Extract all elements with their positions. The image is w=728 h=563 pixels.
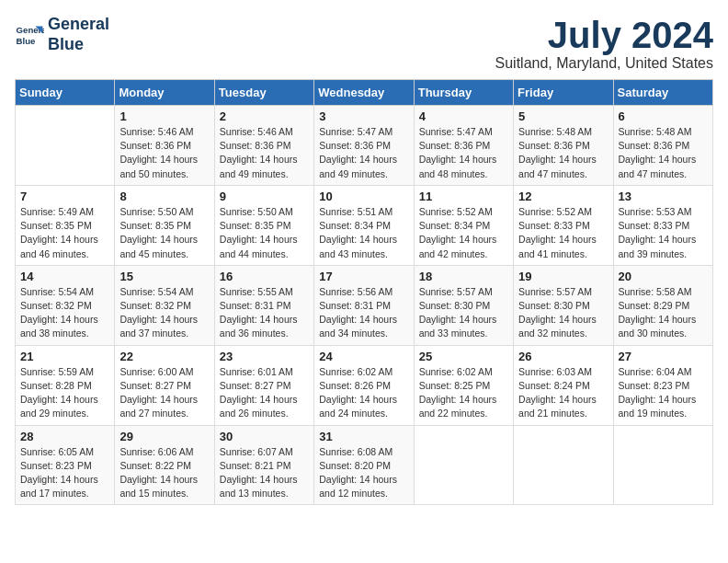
day-number: 31	[319, 430, 408, 443]
day-content: Sunrise: 5:49 AMSunset: 8:35 PMDaylight:…	[20, 205, 109, 261]
day-number: 28	[20, 430, 109, 443]
day-number: 9	[220, 190, 309, 203]
calendar-cell: 9Sunrise: 5:50 AMSunset: 8:35 PMDaylight…	[214, 185, 313, 265]
day-content: Sunrise: 5:50 AMSunset: 8:35 PMDaylight:…	[220, 205, 309, 261]
day-number: 11	[419, 190, 508, 203]
day-number: 14	[20, 270, 109, 283]
header-cell-sunday: Sunday	[16, 80, 115, 106]
calendar-cell	[16, 106, 115, 186]
calendar-cell: 24Sunrise: 6:02 AMSunset: 8:26 PMDayligh…	[314, 345, 414, 425]
calendar-cell: 30Sunrise: 6:07 AMSunset: 8:21 PMDayligh…	[214, 425, 313, 505]
day-content: Sunrise: 5:47 AMSunset: 8:36 PMDaylight:…	[319, 125, 408, 181]
calendar-cell: 13Sunrise: 5:53 AMSunset: 8:33 PMDayligh…	[613, 185, 712, 265]
calendar-cell: 3Sunrise: 5:47 AMSunset: 8:36 PMDaylight…	[314, 106, 414, 186]
week-row-5: 28Sunrise: 6:05 AMSunset: 8:23 PMDayligh…	[16, 425, 713, 505]
calendar-cell: 18Sunrise: 5:57 AMSunset: 8:30 PMDayligh…	[414, 265, 513, 345]
day-content: Sunrise: 5:54 AMSunset: 8:32 PMDaylight:…	[20, 285, 109, 341]
day-content: Sunrise: 6:08 AMSunset: 8:20 PMDaylight:…	[319, 445, 408, 501]
day-number: 19	[518, 270, 608, 283]
day-number: 25	[419, 350, 508, 363]
calendar-cell: 8Sunrise: 5:50 AMSunset: 8:35 PMDaylight…	[115, 185, 214, 265]
week-row-1: 1Sunrise: 5:46 AMSunset: 8:36 PMDaylight…	[16, 106, 713, 186]
calendar-cell: 4Sunrise: 5:47 AMSunset: 8:36 PMDaylight…	[414, 106, 513, 186]
calendar-cell: 6Sunrise: 5:48 AMSunset: 8:36 PMDaylight…	[613, 106, 712, 186]
calendar-cell: 29Sunrise: 6:06 AMSunset: 8:22 PMDayligh…	[115, 425, 214, 505]
day-content: Sunrise: 5:57 AMSunset: 8:30 PMDaylight:…	[419, 285, 508, 341]
calendar-cell: 15Sunrise: 5:54 AMSunset: 8:32 PMDayligh…	[115, 265, 214, 345]
day-number: 16	[220, 270, 309, 283]
logo-text: General Blue	[48, 15, 109, 54]
day-number: 10	[319, 190, 408, 203]
day-content: Sunrise: 6:04 AMSunset: 8:23 PMDaylight:…	[619, 365, 708, 421]
calendar-cell: 23Sunrise: 6:01 AMSunset: 8:27 PMDayligh…	[214, 345, 313, 425]
calendar-cell	[414, 425, 513, 505]
day-number: 4	[419, 109, 508, 123]
day-content: Sunrise: 5:46 AMSunset: 8:36 PMDaylight:…	[119, 125, 209, 181]
day-content: Sunrise: 5:46 AMSunset: 8:36 PMDaylight:…	[220, 125, 309, 181]
page-header: General Blue General Blue July 2024 Suit…	[15, 15, 713, 72]
day-number: 15	[119, 270, 209, 283]
day-number: 3	[319, 109, 408, 123]
calendar-cell: 14Sunrise: 5:54 AMSunset: 8:32 PMDayligh…	[16, 265, 115, 345]
calendar-cell: 22Sunrise: 6:00 AMSunset: 8:27 PMDayligh…	[115, 345, 214, 425]
day-content: Sunrise: 6:02 AMSunset: 8:26 PMDaylight:…	[319, 365, 408, 421]
day-content: Sunrise: 5:58 AMSunset: 8:29 PMDaylight:…	[619, 285, 708, 341]
calendar-body: 1Sunrise: 5:46 AMSunset: 8:36 PMDaylight…	[16, 106, 713, 505]
day-content: Sunrise: 5:55 AMSunset: 8:31 PMDaylight:…	[220, 285, 309, 341]
calendar-table: SundayMondayTuesdayWednesdayThursdayFrid…	[15, 79, 713, 505]
calendar-cell: 21Sunrise: 5:59 AMSunset: 8:28 PMDayligh…	[16, 345, 115, 425]
calendar-cell: 16Sunrise: 5:55 AMSunset: 8:31 PMDayligh…	[214, 265, 313, 345]
day-content: Sunrise: 5:53 AMSunset: 8:33 PMDaylight:…	[619, 205, 708, 261]
calendar-cell: 20Sunrise: 5:58 AMSunset: 8:29 PMDayligh…	[613, 265, 712, 345]
day-content: Sunrise: 6:01 AMSunset: 8:27 PMDaylight:…	[220, 365, 309, 421]
header-cell-thursday: Thursday	[414, 80, 513, 106]
logo-icon: General Blue	[15, 20, 44, 50]
day-content: Sunrise: 5:52 AMSunset: 8:34 PMDaylight:…	[419, 205, 508, 261]
header-row: SundayMondayTuesdayWednesdayThursdayFrid…	[16, 80, 713, 106]
week-row-3: 14Sunrise: 5:54 AMSunset: 8:32 PMDayligh…	[16, 265, 713, 345]
day-number: 12	[518, 190, 608, 203]
day-number: 23	[220, 350, 309, 363]
header-cell-friday: Friday	[514, 80, 613, 106]
day-number: 26	[518, 350, 608, 363]
day-number: 24	[319, 350, 408, 363]
day-content: Sunrise: 5:56 AMSunset: 8:31 PMDaylight:…	[319, 285, 408, 341]
day-number: 5	[518, 109, 608, 123]
logo: General Blue General Blue	[15, 15, 109, 54]
day-number: 17	[319, 270, 408, 283]
day-number: 18	[419, 270, 508, 283]
calendar-cell: 11Sunrise: 5:52 AMSunset: 8:34 PMDayligh…	[414, 185, 513, 265]
day-content: Sunrise: 5:48 AMSunset: 8:36 PMDaylight:…	[619, 125, 708, 181]
day-content: Sunrise: 5:50 AMSunset: 8:35 PMDaylight:…	[119, 205, 209, 261]
day-number: 22	[119, 350, 209, 363]
calendar-cell	[613, 425, 712, 505]
title-block: July 2024 Suitland, Maryland, United Sta…	[495, 15, 713, 72]
day-content: Sunrise: 6:07 AMSunset: 8:21 PMDaylight:…	[220, 445, 309, 501]
header-cell-saturday: Saturday	[613, 80, 712, 106]
calendar-cell: 28Sunrise: 6:05 AMSunset: 8:23 PMDayligh…	[16, 425, 115, 505]
day-number: 27	[619, 350, 708, 363]
day-content: Sunrise: 5:54 AMSunset: 8:32 PMDaylight:…	[119, 285, 209, 341]
calendar-cell: 31Sunrise: 6:08 AMSunset: 8:20 PMDayligh…	[314, 425, 414, 505]
svg-text:Blue: Blue	[17, 35, 36, 45]
calendar-cell: 12Sunrise: 5:52 AMSunset: 8:33 PMDayligh…	[514, 185, 613, 265]
day-number: 1	[119, 109, 209, 123]
week-row-4: 21Sunrise: 5:59 AMSunset: 8:28 PMDayligh…	[16, 345, 713, 425]
calendar-cell: 1Sunrise: 5:46 AMSunset: 8:36 PMDaylight…	[115, 106, 214, 186]
day-number: 2	[220, 109, 309, 123]
calendar-cell: 17Sunrise: 5:56 AMSunset: 8:31 PMDayligh…	[314, 265, 414, 345]
day-content: Sunrise: 5:51 AMSunset: 8:34 PMDaylight:…	[319, 205, 408, 261]
week-row-2: 7Sunrise: 5:49 AMSunset: 8:35 PMDaylight…	[16, 185, 713, 265]
header-cell-monday: Monday	[115, 80, 214, 106]
location-text: Suitland, Maryland, United States	[495, 55, 713, 72]
calendar-header: SundayMondayTuesdayWednesdayThursdayFrid…	[16, 80, 713, 106]
header-cell-tuesday: Tuesday	[214, 80, 313, 106]
day-number: 7	[20, 190, 109, 203]
calendar-cell: 5Sunrise: 5:48 AMSunset: 8:36 PMDaylight…	[514, 106, 613, 186]
calendar-cell: 19Sunrise: 5:57 AMSunset: 8:30 PMDayligh…	[514, 265, 613, 345]
day-number: 13	[619, 190, 708, 203]
day-content: Sunrise: 5:47 AMSunset: 8:36 PMDaylight:…	[419, 125, 508, 181]
day-number: 20	[619, 270, 708, 283]
day-content: Sunrise: 5:52 AMSunset: 8:33 PMDaylight:…	[518, 205, 608, 261]
month-title: July 2024	[495, 15, 713, 55]
